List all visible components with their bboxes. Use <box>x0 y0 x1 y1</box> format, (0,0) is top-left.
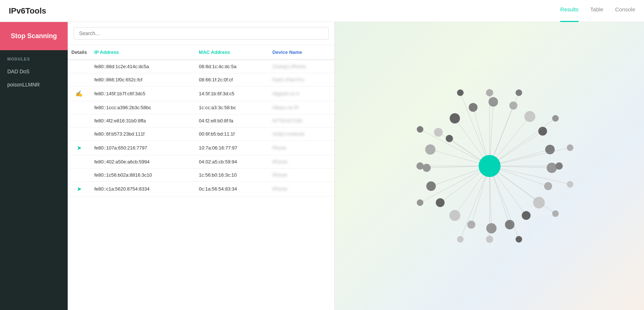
row-device: Hikaru no IP <box>269 101 334 114</box>
graph-node <box>567 144 573 151</box>
table-panel: Details IP Address MAC Address Device Na… <box>68 22 335 310</box>
graph-node <box>552 115 559 122</box>
hand-icon: ✍ <box>75 91 83 97</box>
viz-panel <box>335 22 644 310</box>
content-area: Details IP Address MAC Address Device Na… <box>68 22 644 310</box>
row-details[interactable] <box>68 114 91 128</box>
graph-node <box>450 113 460 123</box>
row-mac: 04:f2:e8:b0:8f:fa <box>195 114 269 128</box>
row-ip: fe80::4f2:e816:31b0:8ffa <box>91 114 195 128</box>
table-row: fe80::1ccc:a396:2b3c:58bc 1c:cc:a3:3c:58… <box>68 101 334 114</box>
header: IPv6Tools Results Table Console <box>0 0 644 22</box>
row-ip: fe80::145f:1b7f:c6f:3dc5 <box>91 86 195 101</box>
table-container[interactable]: Details IP Address MAC Address Device Na… <box>68 45 334 310</box>
row-mac: 1c:56:b0:16:3c:10 <box>195 169 269 182</box>
results-table: Details IP Address MAC Address Device Na… <box>68 45 334 196</box>
row-ip: fe80::1c56:b02a:8816:3c10 <box>91 169 195 182</box>
graph-node <box>516 89 522 96</box>
row-ip: fe80::107a:650:216:7797 <box>91 141 195 155</box>
row-device: iPhone <box>269 182 334 196</box>
row-details[interactable] <box>68 73 91 86</box>
row-details[interactable] <box>68 101 91 114</box>
graph-node <box>486 236 493 243</box>
center-node <box>479 155 501 177</box>
row-device: NTTEAST100 <box>269 114 334 128</box>
row-device: Dad's iPad Pro <box>269 73 334 86</box>
graph-node <box>416 162 424 170</box>
row-details[interactable] <box>68 60 91 73</box>
row-mac: 1c:cc:a3:3c:58:bc <box>195 101 269 114</box>
table-row: fe80::88d:1c2e:414c:dc5a 08:8d:1c:4c:dc:… <box>68 60 334 73</box>
graph-node <box>486 223 497 233</box>
graph-node <box>449 210 460 221</box>
row-device: Andy's Android <box>269 128 334 141</box>
row-mac: 10:7a:06:16:77:97 <box>195 141 269 155</box>
graph-node <box>538 127 547 136</box>
row-mac: 08:8d:1c:4c:dc:5a <box>195 60 269 73</box>
row-ip: fe80::88d:1c2e:414c:dc5a <box>91 60 195 73</box>
graph-node <box>457 89 464 96</box>
graph-node <box>567 181 573 188</box>
col-header-details: Details <box>68 45 91 60</box>
table-row: fe80::866:1f0c:652c:fcf 08:66:1f:2c:0f:c… <box>68 73 334 86</box>
chevron-down-icon[interactable]: ➤ <box>77 145 82 151</box>
graph-node <box>423 164 431 172</box>
col-header-ip: IP Address <box>91 45 195 60</box>
graph-node <box>467 221 475 229</box>
graph-node <box>446 135 453 142</box>
row-mac: 14:5f:1b:6f:3d:c5 <box>195 86 269 101</box>
row-mac: 0c:1a:56:54:83:34 <box>195 182 269 196</box>
table-row: fe80::1c56:b02a:8816:3c10 1c:56:b0:16:3c… <box>68 169 334 182</box>
row-device: Phone <box>269 141 334 155</box>
row-device: Higashi no 4 <box>269 86 334 101</box>
graph-node <box>469 103 478 112</box>
row-mac: 04:02:a5:cb:59:94 <box>195 155 269 169</box>
sidebar-item-dad-dos[interactable]: DAD DoS <box>0 65 68 78</box>
nav-tabs: Results Table Console <box>560 0 635 22</box>
sidebar: Stop Scanning MODULES DAD DoS poisonLLMN… <box>0 22 68 310</box>
row-device: iPhone <box>269 155 334 169</box>
sidebar-item-poison-llmnr[interactable]: poisonLLMNR <box>0 78 68 91</box>
tab-results[interactable]: Results <box>560 0 579 22</box>
graph-node <box>522 211 531 220</box>
graph-node <box>509 102 517 110</box>
col-header-device: Device Name <box>269 45 334 60</box>
row-device: Chang's iPhone <box>269 60 334 73</box>
row-details[interactable] <box>68 128 91 141</box>
graph-node <box>488 97 498 107</box>
graph-node <box>547 163 557 173</box>
table-row: fe80::6f:b573:23bd:111f 00:6f:b5:bd:11:1… <box>68 128 334 141</box>
row-ip: fe80::1ccc:a396:2b3c:58bc <box>91 101 195 114</box>
row-details[interactable]: ➤ <box>68 141 91 155</box>
stop-scan-button[interactable]: Stop Scanning <box>0 22 68 50</box>
row-ip: fe80::6f:b573:23bd:111f <box>91 128 195 141</box>
row-details[interactable]: ✍ <box>68 86 91 101</box>
row-details[interactable]: ➤ <box>68 182 91 196</box>
main-layout: Stop Scanning MODULES DAD DoS poisonLLMN… <box>0 22 644 310</box>
search-input[interactable] <box>74 27 329 40</box>
tab-console[interactable]: Console <box>615 0 635 22</box>
graph-node <box>544 182 552 190</box>
table-row: fe80::4f2:e816:31b0:8ffa 04:f2:e8:b0:8f:… <box>68 114 334 128</box>
table-row: fe80::402:a50e:a6cb:5994 04:02:a5:cb:59:… <box>68 155 334 169</box>
modules-label: MODULES <box>0 50 68 65</box>
graph-node <box>555 162 563 170</box>
graph-node <box>425 144 435 155</box>
chevron-down-icon[interactable]: ➤ <box>77 186 82 192</box>
table-row: ➤ fe80::c1a:5620:8754:8334 0c:1a:56:54:8… <box>68 182 334 196</box>
app-logo: IPv6Tools <box>9 6 46 16</box>
graph-node <box>436 198 445 207</box>
graph-node <box>434 128 443 137</box>
row-ip: fe80::866:1f0c:652c:fcf <box>91 73 195 86</box>
svg-line-28 <box>490 166 555 214</box>
graph-node <box>524 111 535 122</box>
graph-node <box>552 210 559 217</box>
col-header-mac: MAC Address <box>195 45 269 60</box>
row-details[interactable] <box>68 169 91 182</box>
graph-node <box>417 199 423 206</box>
search-bar <box>68 22 334 45</box>
graph-node <box>417 126 423 133</box>
row-details[interactable] <box>68 155 91 169</box>
tab-table[interactable]: Table <box>590 0 603 22</box>
graph-node <box>516 236 522 243</box>
